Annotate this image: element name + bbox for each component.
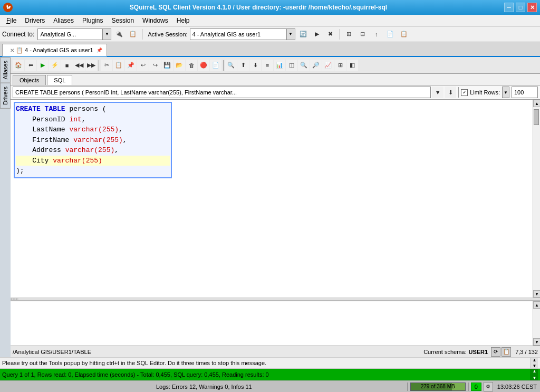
scroll-down[interactable]: ▼ [533,290,540,298]
tab-close-icon[interactable]: ✕ [10,47,14,53]
sql-tb-alias[interactable]: 📊 [274,60,285,71]
query-log-scrollbar[interactable]: ▲ ▼ [531,369,538,380]
tab-objects[interactable]: Objects [13,75,46,85]
sql-tb-copy[interactable]: 📋 [113,60,124,71]
results-area: ▲ ▼ [11,301,540,346]
sql-tb-sort-desc[interactable]: ⬇ [249,60,261,71]
sql-tb-grid[interactable]: ⊞ [334,60,346,71]
messages-scrollbar[interactable]: ▲ ▼ [531,358,538,368]
sql-tb-props[interactable]: 🔴 [198,60,209,71]
session-btn-3[interactable]: ✖ [325,28,336,40]
session-btn-8[interactable]: 📋 [398,28,410,40]
drivers-panel[interactable]: Drivers [0,83,11,109]
sql-tb-prev[interactable]: ◀◀ [73,60,85,71]
sql-tb-delete[interactable]: 🗑 [186,60,197,71]
sql-tb-back[interactable]: ⬅ [25,60,36,71]
limit-combo[interactable]: ▼ [502,87,509,98]
session-btn-1[interactable]: 🔄 [297,28,309,40]
results-scroll-up[interactable]: ▲ [533,301,540,309]
sql-tb-save[interactable]: 💾 [161,60,173,71]
sql-tb-sort-asc[interactable]: ⬆ [237,60,249,71]
session-btn-7[interactable]: 📄 [384,28,396,40]
sql-tb-find[interactable]: 🔍 [225,60,237,71]
close-button[interactable]: ✕ [527,3,537,12]
toolbar-btn-2[interactable]: 📋 [127,28,139,40]
refresh-schema-btn[interactable]: ⟳ [491,347,500,357]
query-scroll-up[interactable]: ▲ [533,369,537,374]
sql-tb-new[interactable]: 📄 [210,60,221,71]
tab-label: 4 - Analytical GIS as user1 [25,47,93,53]
sql-tb-redo[interactable]: ↪ [149,60,161,71]
results-scroll-down[interactable]: ▼ [533,338,540,346]
results-content[interactable] [11,301,533,346]
results-inner: ▲ ▼ [11,301,540,346]
sql-line-2: PersonID int, [16,114,170,125]
sql-tb-stop[interactable]: ■ [61,60,73,71]
msg-scroll-down[interactable]: ▼ [533,364,537,368]
minimize-button[interactable]: ─ [504,3,514,12]
sql-tb-view[interactable]: ◫ [286,60,297,71]
results-vscrollbar[interactable]: ▲ ▼ [533,301,540,346]
limit-rows-label: Limit Rows: [470,89,500,95]
session-btn-4[interactable]: ⊞ [343,28,355,40]
sql-line-4: FirstName varchar(255), [16,135,170,146]
sql-tb-split[interactable]: ◧ [346,60,358,71]
scroll-thumb[interactable] [534,109,539,125]
maximize-button[interactable]: □ [516,3,525,12]
session-btn-6[interactable]: ↑ [371,28,382,40]
editor-vscrollbar[interactable]: ▲ ▼ [533,100,540,298]
session-btn-5[interactable]: ⊟ [357,28,369,40]
squirrel-logo: 🐿 [3,3,13,12]
sql-query-input[interactable] [13,87,431,98]
active-session-combo-arrow[interactable]: ▼ [286,29,295,40]
main-tab[interactable]: ✕ 📋 4 - Analytical GIS as user1 📌 [2,44,107,56]
sql-tb-home[interactable]: 🏠 [13,60,24,71]
menu-help[interactable]: Help [172,16,194,25]
query-run-btn[interactable]: ⬇ [445,87,456,98]
connect-combo-arrow[interactable]: ▼ [102,29,111,40]
sql-editor[interactable]: CREATE TABLE persons ( PersonID int, Las… [11,100,533,298]
qbar-sep [458,87,459,98]
menu-aliases[interactable]: Aliases [49,16,78,25]
sql-tb-chart[interactable]: 📈 [322,60,334,71]
limit-combo-arrow[interactable]: ▼ [502,87,509,98]
limit-value-input[interactable] [512,87,538,98]
tab-sql[interactable]: SQL [47,75,72,85]
connect-combo[interactable]: Analytical G... ▼ [37,28,111,40]
sql-tb-paste[interactable]: 📌 [125,60,137,71]
sql-tb-next[interactable]: ▶▶ [85,60,97,71]
limit-rows-checkbox[interactable]: ✓ [461,89,468,96]
active-session-combo[interactable]: 4 - Analytical GIS as user1 ▼ [190,28,295,40]
sql-tb-format[interactable]: ≡ [262,60,273,71]
menu-session[interactable]: Session [107,16,138,25]
sql-tb-run-sel[interactable]: ⚡ [49,60,61,71]
settings-icon-btn[interactable]: ⚙ [484,382,493,391]
menu-plugins[interactable]: Plugins [78,16,107,25]
active-session-value: 4 - Analytical GIS as user1 [190,31,286,37]
query-scroll-down[interactable]: ▼ [533,376,537,380]
green-indicator: 0 [471,383,481,391]
menu-drivers[interactable]: Drivers [21,16,49,25]
query-history-btn[interactable]: ▼ [432,87,443,98]
session-btn-2[interactable]: ▶ [311,28,323,40]
sql-tb-run[interactable]: ▶ [37,60,49,71]
menu-file[interactable]: File [2,16,21,25]
app-window: 🐿 SQuirreL SQL Client Version 4.1.0 / Us… [0,0,540,392]
toolbar-btn-1[interactable]: 🔌 [113,28,125,40]
sql-tb-undo[interactable]: ↩ [137,60,149,71]
messages-bar: Please try out the Tools popup by hittin… [0,357,540,369]
connect-value: Analytical G... [38,31,102,37]
menu-windows[interactable]: Windows [138,16,172,25]
msg-scroll-up[interactable]: ▲ [533,358,537,362]
schema-info-btn[interactable]: 📋 [502,347,511,357]
sql-tb-zoom-in[interactable]: 🔍 [298,60,310,71]
query-log-text: Query 1 of 1, Rows read: 0, Elapsed time… [2,371,531,378]
sql-tb-zoom-out[interactable]: 🔎 [310,60,322,71]
active-session-label: Active Session: [148,31,187,37]
toolbar-sep-2 [340,29,340,40]
scroll-up[interactable]: ▲ [533,100,540,107]
aliases-panel[interactable]: Aliases [0,57,11,83]
sql-tb-cut[interactable]: ✂ [101,60,112,71]
sql-tb-open[interactable]: 📂 [173,60,185,71]
logs-text: Logs: Errors 12, Warnings 0, Infos 11 [3,384,405,390]
